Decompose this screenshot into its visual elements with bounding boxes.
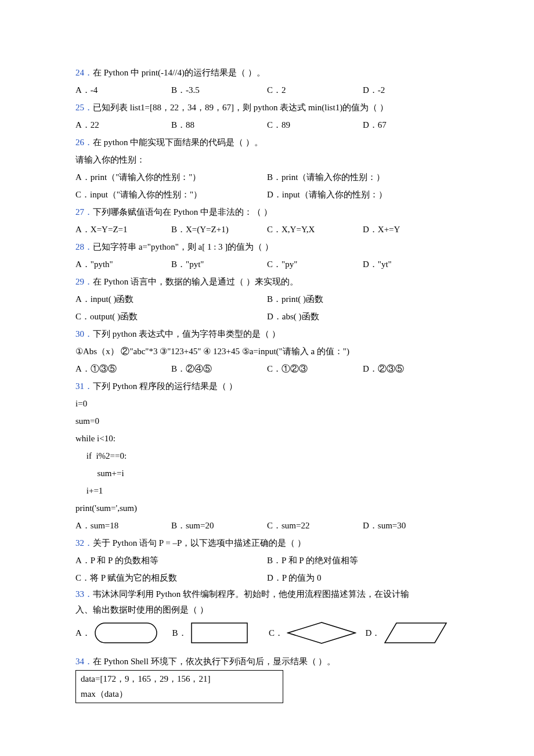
question-28: 28．已知字符串 a="python"，则 a[ 1 : 3 ]的值为（ ） xyxy=(75,238,459,255)
code-31-1: i=0 xyxy=(75,395,459,412)
options-26-row2: C．input（"请输入你的性别："） D．input（请输入你的性别：） xyxy=(75,186,459,203)
options-24: A．-4 B．-3.5 C．2 D．-2 xyxy=(75,81,459,99)
opt-27-b: B．X=(Y=Z+1) xyxy=(171,221,267,238)
qtext-28: 已知字符串 a="python"，则 a[ 1 : 3 ]的值为（ ） xyxy=(93,242,273,251)
opt-26-a: A．print（"请输入你的性别："） xyxy=(75,168,267,186)
options-30: A．①③⑤ B．②④⑤ C．①②③ D．②③⑤ xyxy=(75,360,459,377)
prompt-26: 请输入你的性别： xyxy=(75,151,459,168)
svg-marker-3 xyxy=(385,623,446,643)
opt-27-c: C．X,Y=Y,X xyxy=(267,221,363,238)
opt-25-b: B．88 xyxy=(171,116,267,134)
items-30: ①Abs（x） ②"abc"*3 ③"123+45" ④ 123+45 ⑤a=i… xyxy=(75,343,459,360)
qnum-25: 25． xyxy=(75,103,93,112)
qnum-26: 26． xyxy=(75,138,93,147)
codebox-34: data=[172，9，165，29，156，21] max（data） xyxy=(75,670,283,703)
opt-28-c: C．"py" xyxy=(267,255,363,273)
question-26: 26．在 python 中能实现下面结果的代码是（ ）。 xyxy=(75,134,459,151)
question-25: 25．已知列表 list1=[88，22，34，89，67]，则 python … xyxy=(75,99,459,116)
qtext-25: 已知列表 list1=[88，22，34，89，67]，则 python 表达式… xyxy=(93,103,388,112)
opt-24-b: B．-3.5 xyxy=(171,81,267,99)
qtext-32: 关于 Python 语句 P = –P，以下选项中描述正确的是（ ） xyxy=(93,538,306,548)
opt-30-a: A．①③⑤ xyxy=(75,360,171,377)
options-31: A．sum=18 B．sum=20 C．sum=22 D．sum=30 xyxy=(75,517,459,534)
opt-33-a: A． xyxy=(75,622,169,644)
opt-32-a: A．P 和 P 的负数相等 xyxy=(75,552,267,569)
qnum-34: 34． xyxy=(75,657,93,666)
parallelogram-icon xyxy=(384,622,448,644)
opt-26-c: C．input（"请输入你的性别："） xyxy=(75,186,267,203)
code-31-5: sum+=i xyxy=(75,465,459,482)
rectangle-icon xyxy=(190,622,248,644)
opt-31-c: C．sum=22 xyxy=(267,517,363,534)
qtext-24: 在 Python 中 print(-14//4)的运行结果是（ ）。 xyxy=(93,68,265,77)
question-24: 24．在 Python 中 print(-14//4)的运行结果是（ ）。 xyxy=(75,64,459,81)
opt-28-b: B．"pyt" xyxy=(171,255,267,273)
opt-32-b: B．P 和 P 的绝对值相等 xyxy=(267,552,459,569)
qtext-33-2: 入、输出数据时使用的图例是（ ） xyxy=(75,602,459,618)
question-32: 32．关于 Python 语句 P = –P，以下选项中描述正确的是（ ） xyxy=(75,534,459,552)
options-25: A．22 B．88 C．89 D．67 xyxy=(75,116,459,134)
qtext-30: 下列 python 表达式中，值为字符串类型的是（ ） xyxy=(93,329,280,339)
qnum-28: 28． xyxy=(75,242,93,251)
qtext-34: 在 Python Shell 环境下，依次执行下列语句后，显示结果（ ）。 xyxy=(93,657,335,666)
opt-32-c: C．将 P 赋值为它的相反数 xyxy=(75,569,267,586)
opt-31-a: A．sum=18 xyxy=(75,517,171,534)
question-31: 31．下列 Python 程序段的运行结果是（ ） xyxy=(75,377,459,395)
opt-26-b: B．print（请输入你的性别：） xyxy=(267,168,459,186)
qnum-31: 31． xyxy=(75,381,93,391)
opt-29-d: D．abs( )函数 xyxy=(267,308,459,325)
opt-30-c: C．①②③ xyxy=(267,360,363,377)
opt-30-b: B．②④⑤ xyxy=(171,360,267,377)
opt-29-b: B．print( )函数 xyxy=(267,290,459,308)
qtext-26: 在 python 中能实现下面结果的代码是（ ）。 xyxy=(93,138,263,147)
code-31-3: while i<10: xyxy=(75,430,459,447)
opt-33-a-label: A． xyxy=(75,624,91,642)
qnum-24: 24． xyxy=(75,68,93,77)
qtext-29: 在 Python 语言中，数据的输入是通过（ ）来实现的。 xyxy=(93,277,298,286)
opt-33-d: D． xyxy=(366,622,459,644)
code-31-7: print('sum=',sum) xyxy=(75,499,459,517)
question-34: 34．在 Python Shell 环境下，依次执行下列语句后，显示结果（ ）。 xyxy=(75,653,459,670)
opt-32-d: D．P 的值为 0 xyxy=(267,569,459,586)
opt-27-d: D．X+=Y xyxy=(363,221,459,238)
qnum-29: 29． xyxy=(75,277,93,286)
opt-31-b: B．sum=20 xyxy=(171,517,267,534)
svg-rect-0 xyxy=(95,623,157,643)
question-27: 27．下列哪条赋值语句在 Python 中是非法的：（ ） xyxy=(75,203,459,221)
code-31-6: i+=1 xyxy=(75,482,459,499)
code-31-2: sum=0 xyxy=(75,412,459,430)
svg-marker-2 xyxy=(288,622,355,643)
opt-33-c: C． xyxy=(269,621,362,645)
qtext-33-1: 韦沐沐同学利用 Python 软件编制程序。初始时，他使用流程图描述算法，在设计… xyxy=(93,589,409,599)
options-27: A．X=Y=Z=1 B．X=(Y=Z+1) C．X,Y=Y,X D．X+=Y xyxy=(75,221,459,238)
diamond-icon xyxy=(287,621,356,645)
opt-24-c: C．2 xyxy=(267,81,363,99)
question-29: 29．在 Python 语言中，数据的输入是通过（ ）来实现的。 xyxy=(75,273,459,290)
opt-33-b: B． xyxy=(172,622,266,644)
qtext-31: 下列 Python 程序段的运行结果是（ ） xyxy=(93,381,237,391)
opt-31-d: D．sum=30 xyxy=(363,517,459,534)
options-33: A． B． C． D． xyxy=(75,621,459,645)
opt-25-c: C．89 xyxy=(267,116,363,134)
code-31-4: if i%2==0: xyxy=(75,447,459,465)
opt-33-b-label: B． xyxy=(172,624,187,642)
question-30: 30．下列 python 表达式中，值为字符串类型的是（ ） xyxy=(75,325,459,343)
opt-24-d: D．-2 xyxy=(363,81,459,99)
options-32-row1: A．P 和 P 的负数相等 B．P 和 P 的绝对值相等 xyxy=(75,552,459,569)
opt-27-a: A．X=Y=Z=1 xyxy=(75,221,171,238)
options-28: A．"pyth" B．"pyt" C．"py" D．"yt" xyxy=(75,255,459,273)
opt-33-c-label: C． xyxy=(269,624,283,642)
opt-28-a: A．"pyth" xyxy=(75,255,171,273)
qnum-30: 30． xyxy=(75,329,93,339)
opt-24-a: A．-4 xyxy=(75,81,171,99)
question-33: 33．韦沐沐同学利用 Python 软件编制程序。初始时，他使用流程图描述算法，… xyxy=(75,586,459,602)
qnum-33: 33． xyxy=(75,589,93,599)
options-26-row1: A．print（"请输入你的性别："） B．print（请输入你的性别：） xyxy=(75,168,459,186)
opt-30-d: D．②③⑤ xyxy=(363,360,459,377)
opt-29-a: A．input( )函数 xyxy=(75,290,267,308)
opt-28-d: D．"yt" xyxy=(363,255,459,273)
opt-25-a: A．22 xyxy=(75,116,171,134)
opt-26-d: D．input（请输入你的性别：） xyxy=(267,186,459,203)
options-29-row2: C．output( )函数 D．abs( )函数 xyxy=(75,308,459,325)
qnum-32: 32． xyxy=(75,538,93,548)
